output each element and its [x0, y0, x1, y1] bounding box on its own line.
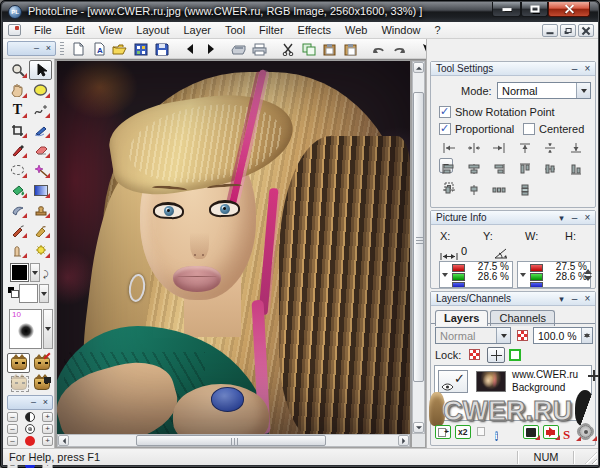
- menu-layer[interactable]: Layer: [176, 22, 218, 38]
- background-color-swatch[interactable]: [19, 284, 38, 303]
- scroll-down-button[interactable]: [413, 422, 424, 433]
- resize-grip[interactable]: [585, 452, 597, 464]
- scroll-left-button[interactable]: [58, 435, 69, 446]
- layers-menu-icon[interactable]: [557, 293, 566, 304]
- opacity-spinner-icon[interactable]: [581, 328, 592, 343]
- lock-transparency-icon[interactable]: [469, 349, 480, 360]
- tab-layers[interactable]: Layers: [435, 310, 488, 326]
- red-minus-button[interactable]: [7, 436, 18, 446]
- vertical-scroll-thumb[interactable]: [413, 92, 424, 382]
- menu-effects[interactable]: Effects: [291, 22, 338, 38]
- align-right-button[interactable]: [490, 140, 509, 155]
- layer-visibility-box[interactable]: [438, 370, 468, 393]
- align-top-button[interactable]: [515, 140, 534, 155]
- horizontal-scroll-thumb[interactable]: [136, 435, 326, 446]
- foreground-color-dropdown[interactable]: [30, 263, 40, 282]
- print-button[interactable]: [249, 40, 270, 58]
- menu-tool[interactable]: Tool: [218, 22, 252, 38]
- tool-settings-header[interactable]: Tool Settings: [431, 62, 595, 76]
- menu-web[interactable]: Web: [338, 22, 374, 38]
- text-tool-icon[interactable]: T: [6, 100, 29, 120]
- distribute-center-v-button[interactable]: [541, 161, 560, 176]
- undo-button[interactable]: [368, 40, 389, 58]
- toolbar-drag-handle[interactable]: [60, 42, 64, 56]
- adjust-palette-titlebar[interactable]: [7, 395, 53, 410]
- mask-selection-button[interactable]: [7, 373, 30, 393]
- palette-close-icon[interactable]: [44, 43, 53, 53]
- mdi-close-button[interactable]: [578, 24, 594, 37]
- lighten-tool-icon[interactable]: [29, 240, 52, 260]
- stack-button[interactable]: [515, 182, 534, 197]
- photo-image[interactable]: [57, 61, 410, 434]
- swap-colors-icon[interactable]: [43, 263, 53, 275]
- paste-button[interactable]: [319, 40, 340, 58]
- gradient-tool-icon[interactable]: [29, 180, 52, 200]
- scroll-right-button[interactable]: [398, 435, 409, 446]
- brightness-plus-button[interactable]: [42, 424, 53, 434]
- menu-window[interactable]: Window: [374, 22, 427, 38]
- layers-header[interactable]: Layers/Channels: [431, 292, 595, 306]
- layer-row-background[interactable]: www.CWER.ru Background: [436, 368, 590, 396]
- picture-info-menu-icon[interactable]: [557, 212, 566, 223]
- mask-edit-button[interactable]: [30, 353, 53, 373]
- browse-button[interactable]: [130, 40, 151, 58]
- layer-info-button[interactable]: i: [495, 425, 511, 439]
- magic-wand-tool-icon[interactable]: [29, 160, 52, 180]
- background-color-dropdown[interactable]: [39, 284, 49, 303]
- layer-settings-button[interactable]: [579, 425, 595, 439]
- previous-document-button[interactable]: [179, 40, 200, 58]
- align-left-button[interactable]: [439, 140, 458, 155]
- proportional-checkbox[interactable]: [439, 123, 451, 135]
- lock-frame-button[interactable]: [509, 349, 521, 361]
- tool-settings-minimize-icon[interactable]: [570, 63, 579, 74]
- brush-tool-icon[interactable]: [6, 140, 29, 160]
- merge-layer-button[interactable]: [543, 425, 559, 439]
- same-height-button[interactable]: [464, 182, 483, 197]
- document-icon[interactable]: [8, 24, 21, 36]
- contrast-plus-button[interactable]: [42, 412, 53, 422]
- cut-button[interactable]: [277, 40, 298, 58]
- fill-tool-icon[interactable]: [6, 180, 29, 200]
- title-bar[interactable]: PL PhotoLine - [www.CWER.ru.jpg (www.CWE…: [2, 2, 598, 22]
- eraser-tool-icon[interactable]: [29, 140, 52, 160]
- pan-tool-icon[interactable]: [6, 80, 29, 100]
- copy-layer-button[interactable]: [475, 425, 491, 439]
- window-close-button[interactable]: [548, 2, 590, 17]
- window-maximize-button[interactable]: [521, 2, 548, 17]
- smear-tool-icon[interactable]: [29, 220, 52, 240]
- draw-tool-icon[interactable]: [6, 220, 29, 240]
- new-document-button[interactable]: [67, 40, 88, 58]
- scroll-up-button[interactable]: [413, 62, 424, 73]
- adjust-minimize-icon[interactable]: [29, 397, 38, 407]
- new-layer-button[interactable]: [435, 425, 451, 439]
- tool-settings-close-icon[interactable]: [583, 63, 592, 74]
- redo-button[interactable]: [389, 40, 410, 58]
- menu-view[interactable]: View: [92, 22, 130, 38]
- marquee-tool-icon[interactable]: [6, 160, 29, 180]
- menu-edit[interactable]: Edit: [59, 22, 92, 38]
- airbrush-tool-icon[interactable]: [29, 120, 52, 140]
- distribute-bottom-button[interactable]: [566, 161, 585, 176]
- copy-button[interactable]: [298, 40, 319, 58]
- brightness-minus-button[interactable]: [7, 424, 18, 434]
- align-center-v-button[interactable]: [541, 140, 560, 155]
- picture-info-header[interactable]: Picture Info: [431, 211, 595, 225]
- mask-normal-button[interactable]: [7, 353, 30, 373]
- blend-mode-dropdown-icon[interactable]: [496, 328, 510, 343]
- centered-checkbox[interactable]: [523, 123, 535, 135]
- new-text-document-button[interactable]: A: [88, 40, 109, 58]
- mode-dropdown-icon[interactable]: [576, 83, 590, 98]
- layer-style-button[interactable]: S: [563, 425, 579, 439]
- duplicate-layer-button[interactable]: x2: [455, 425, 471, 439]
- eye-icon[interactable]: [441, 377, 454, 395]
- open-button[interactable]: [109, 40, 130, 58]
- horizontal-scrollbar[interactable]: [57, 434, 410, 447]
- menu-filter[interactable]: Filter: [252, 22, 290, 38]
- color-readout-spinner[interactable]: [583, 263, 592, 287]
- mode-combobox[interactable]: Normal: [497, 82, 591, 99]
- align-bottom-button[interactable]: [566, 140, 585, 155]
- contrast-minus-button[interactable]: [7, 412, 18, 422]
- opacity-spinbox[interactable]: 100.0 %: [533, 327, 593, 344]
- color-right-dropdown[interactable]: [519, 271, 528, 280]
- picture-info-minimize-icon[interactable]: [570, 212, 579, 223]
